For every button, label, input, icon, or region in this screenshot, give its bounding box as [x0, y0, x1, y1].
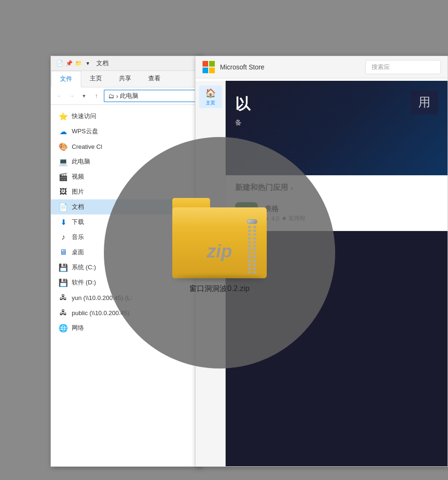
network-icon: 🌐 — [59, 323, 68, 333]
zipper — [247, 219, 257, 274]
ms-hero-badge: 用 — [411, 90, 438, 114]
folder-shadow — [175, 276, 264, 281]
sidebar-item-wps[interactable]: ☁ WPS云盘 — [51, 124, 201, 139]
address-icon: 🗂 — [108, 93, 114, 100]
sidebar-item-quickaccess[interactable]: ⭐ 快速访问 — [51, 109, 201, 124]
documents-icon: 📄 — [59, 202, 68, 212]
computer-label: 此电脑 — [72, 157, 90, 166]
file-explorer-titlebar: 📄 📌 📁 ▾ 文档 — [51, 56, 201, 71]
ms-nav-home[interactable]: 🏠 主页 — [199, 86, 222, 108]
wps-icon: ☁ — [59, 127, 68, 136]
home-icon: 🏠 — [205, 88, 216, 98]
downloads-label: 下载 — [72, 218, 84, 226]
video-label: 视频 — [72, 172, 84, 181]
zipper-pull — [247, 219, 257, 224]
pictures-icon: 🖼 — [59, 187, 68, 197]
public-icon: 🖧 — [59, 308, 68, 317]
desktop-icon: 🖥 — [59, 248, 68, 257]
zip-label-text: zip — [207, 241, 232, 262]
ribbon-tabs: 文件 主页 共享 查看 — [51, 71, 201, 87]
ms-nav-home-label: 主页 — [206, 100, 215, 106]
address-location: 此电脑 — [120, 92, 138, 100]
tab-share[interactable]: 共享 — [110, 71, 140, 87]
svg-rect-1 — [209, 61, 215, 67]
doc-icon: 📄 — [56, 60, 63, 67]
computer-icon: 💻 — [59, 157, 68, 166]
nav-forward[interactable]: → — [67, 91, 76, 101]
zip-filename: 窗口洞洞波0.2.zip — [189, 284, 249, 294]
titlebar-icons: 📄 📌 📁 ▾ — [56, 60, 92, 67]
creative-icon: 🎨 — [59, 142, 68, 151]
desktop-label: 桌面 — [72, 248, 84, 257]
softwared-icon: 💾 — [59, 278, 68, 287]
systemc-icon: 💾 — [59, 263, 68, 272]
nav-up[interactable]: ↑ — [92, 91, 101, 101]
ms-store-titlebar: Microsoft Store 搜索应 — [195, 56, 448, 78]
address-separator: › — [116, 93, 118, 100]
documents-label: 文档 — [72, 203, 84, 211]
svg-rect-2 — [203, 68, 208, 73]
ms-store-title: Microsoft Store — [220, 63, 361, 71]
video-icon: 🎬 — [59, 172, 68, 181]
address-path[interactable]: 🗂 › 此电脑 — [104, 90, 197, 102]
zip-folder-icon: zip — [172, 198, 267, 278]
ms-hero-title: 以 — [235, 95, 438, 113]
softwared-label: 软件 (D:) — [72, 278, 96, 287]
downloads-icon: ⬇ — [59, 217, 68, 227]
tab-home[interactable]: 主页 — [81, 71, 110, 87]
creative-label: Creative Cl — [72, 143, 102, 150]
ms-hero-subtitle: 备 — [235, 118, 438, 128]
yun-icon: 🖧 — [59, 293, 68, 302]
pictures-label: 图片 — [72, 188, 84, 196]
address-bar: ← → ▾ ↑ 🗂 › 此电脑 — [51, 87, 201, 105]
network-label: 网络 — [72, 324, 84, 332]
ribbon: 文件 主页 共享 查看 — [51, 71, 201, 87]
svg-rect-3 — [209, 68, 215, 73]
quickaccess-label: 快速访问 — [72, 112, 96, 120]
dropdown-icon[interactable]: ▾ — [84, 60, 92, 67]
systemc-label: 系统 (C:) — [72, 263, 96, 272]
ms-store-logo-icon — [202, 60, 215, 74]
music-label: 音乐 — [72, 233, 84, 241]
quickaccess-icon: ⭐ — [59, 111, 68, 121]
tooltip-overlay: zip 窗口洞洞波0.2.zip — [104, 137, 335, 369]
svg-rect-0 — [203, 61, 208, 67]
music-icon: ♪ — [59, 232, 68, 242]
ms-search-input[interactable]: 搜索应 — [365, 60, 441, 74]
nav-recent[interactable]: ▾ — [79, 91, 89, 101]
pin-icon: 📌 — [65, 60, 73, 67]
folder-icon: 📁 — [75, 60, 82, 67]
zip-folder-container: zip 窗口洞洞波0.2.zip — [172, 198, 267, 294]
wps-label: WPS云盘 — [72, 127, 98, 136]
tab-file[interactable]: 文件 — [51, 71, 81, 87]
folder-body: zip — [172, 207, 267, 278]
window-title: 文档 — [96, 59, 109, 68]
nav-back[interactable]: ← — [55, 91, 64, 101]
tab-view[interactable]: 查看 — [140, 71, 169, 87]
zipper-teeth — [248, 226, 256, 274]
